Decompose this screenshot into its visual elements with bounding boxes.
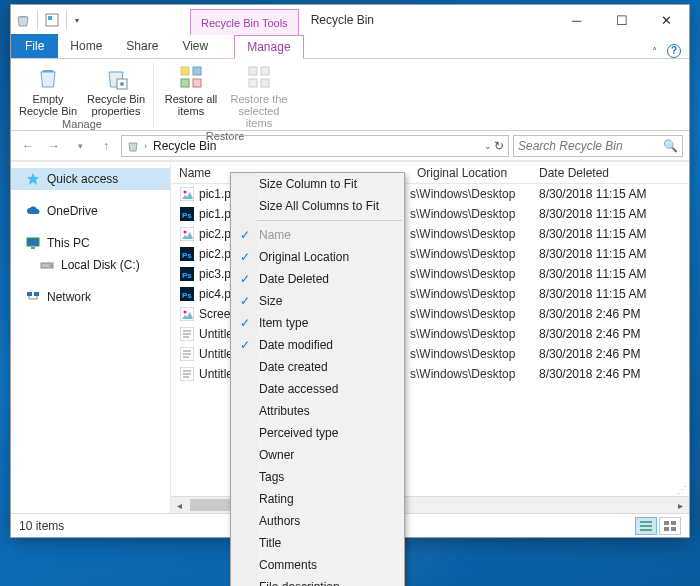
menu-item-label: Owner — [259, 448, 294, 462]
title-bar: ▾ Recycle Bin Tools Recycle Bin ─ ☐ ✕ — [11, 5, 689, 35]
scroll-left-icon[interactable]: ◂ — [171, 500, 188, 511]
help-icon[interactable]: ? — [667, 44, 681, 58]
quick-access-toolbar: ▾ — [11, 5, 85, 35]
maximize-button[interactable]: ☐ — [599, 5, 644, 35]
menu-column-file-description[interactable]: File description — [231, 576, 404, 586]
sidebar-item-network[interactable]: Network — [11, 286, 170, 308]
properties-bin-label: Recycle Bin properties — [85, 93, 147, 117]
column-header-date-deleted[interactable]: Date Deleted — [539, 166, 689, 180]
column-context-menu: Size Column to Fit Size All Columns to F… — [230, 172, 405, 586]
address-dropdown-icon[interactable]: ⌄ — [484, 141, 492, 151]
menu-column-item-type[interactable]: ✓Item type — [231, 312, 404, 334]
breadcrumb[interactable]: Recycle Bin — [151, 139, 218, 153]
svg-point-3 — [120, 82, 124, 86]
menu-column-date-deleted[interactable]: ✓Date Deleted — [231, 268, 404, 290]
sidebar-item-label: OneDrive — [47, 204, 98, 218]
restore-all-button[interactable]: Restore all items — [160, 61, 222, 117]
menu-column-date-accessed[interactable]: Date accessed — [231, 378, 404, 400]
menu-column-comments[interactable]: Comments — [231, 554, 404, 576]
svg-rect-46 — [640, 525, 652, 527]
svg-rect-6 — [181, 79, 189, 87]
history-dropdown-icon[interactable]: ▾ — [69, 135, 91, 157]
check-icon: ✓ — [237, 316, 253, 330]
collapse-ribbon-icon[interactable]: ˄ — [652, 46, 657, 57]
svg-rect-9 — [261, 67, 269, 75]
svg-rect-1 — [48, 16, 52, 20]
sidebar-item-onedrive[interactable]: OneDrive — [11, 200, 170, 222]
up-button[interactable]: ↑ — [95, 135, 117, 157]
tab-file[interactable]: File — [11, 34, 58, 58]
empty-recycle-bin-button[interactable]: Empty Recycle Bin — [17, 61, 79, 117]
menu-item-label: File description — [259, 580, 340, 586]
tab-view[interactable]: View — [170, 34, 220, 58]
file-date-deleted: 8/30/2018 11:15 AM — [539, 287, 689, 301]
menu-item-label: Original Location — [259, 250, 349, 264]
svg-text:Ps: Ps — [182, 251, 192, 260]
menu-item-label: Authors — [259, 514, 300, 528]
qat-dropdown-icon[interactable]: ▾ — [73, 16, 81, 25]
menu-column-attributes[interactable]: Attributes — [231, 400, 404, 422]
address-bar[interactable]: › Recycle Bin ⌄ ↻ — [121, 135, 509, 157]
recycle-bin-properties-button[interactable]: Recycle Bin properties — [85, 61, 147, 117]
menu-column-title[interactable]: Title — [231, 532, 404, 554]
close-button[interactable]: ✕ — [644, 5, 689, 35]
tab-manage[interactable]: Manage — [234, 35, 303, 59]
details-view-button[interactable] — [635, 517, 657, 535]
menu-item-label: Rating — [259, 492, 294, 506]
cloud-icon — [25, 203, 41, 219]
svg-rect-48 — [664, 521, 669, 525]
check-icon: ✓ — [237, 250, 253, 264]
menu-column-owner[interactable]: Owner — [231, 444, 404, 466]
menu-column-size[interactable]: ✓Size — [231, 290, 404, 312]
svg-point-16 — [50, 265, 52, 267]
resize-grip-icon: ⋰ — [677, 484, 687, 495]
menu-column-authors[interactable]: Authors — [231, 510, 404, 532]
chevron-right-icon[interactable]: › — [144, 141, 147, 151]
recycle-bin-icon — [15, 12, 31, 28]
restore-selected-icon — [245, 63, 273, 91]
restore-all-icon — [177, 63, 205, 91]
scroll-right-icon[interactable]: ▸ — [672, 500, 689, 511]
sidebar-item-quick-access[interactable]: Quick access — [11, 168, 170, 190]
search-box[interactable]: Search Recycle Bin 🔍 — [513, 135, 683, 157]
empty-bin-icon — [34, 63, 62, 91]
menu-column-rating[interactable]: Rating — [231, 488, 404, 510]
menu-column-original-location[interactable]: ✓Original Location — [231, 246, 404, 268]
pc-icon — [25, 235, 41, 251]
sidebar-item-this-pc[interactable]: This PC — [11, 232, 170, 254]
svg-rect-5 — [193, 67, 201, 75]
sidebar-item-label: Network — [47, 290, 91, 304]
menu-item-label: Comments — [259, 558, 317, 572]
sidebar-item-label: Quick access — [47, 172, 118, 186]
menu-column-perceived-type[interactable]: Perceived type — [231, 422, 404, 444]
svg-rect-18 — [34, 292, 39, 296]
ribbon-group-manage-label: Manage — [17, 117, 147, 131]
search-icon[interactable]: 🔍 — [663, 139, 678, 153]
menu-column-date-created[interactable]: Date created — [231, 356, 404, 378]
minimize-button[interactable]: ─ — [554, 5, 599, 35]
menu-size-all-columns-to-fit[interactable]: Size All Columns to Fit — [231, 195, 404, 217]
sidebar-item-local-disk[interactable]: Local Disk (C:) — [11, 254, 170, 276]
menu-size-column-to-fit[interactable]: Size Column to Fit — [231, 173, 404, 195]
nav-bar: ← → ▾ ↑ › Recycle Bin ⌄ ↻ Search Recycle… — [11, 131, 689, 161]
properties-icon[interactable] — [44, 12, 60, 28]
context-tab-recycle-bin-tools[interactable]: Recycle Bin Tools — [190, 9, 299, 35]
tab-home[interactable]: Home — [58, 34, 114, 58]
menu-column-tags[interactable]: Tags — [231, 466, 404, 488]
thumbnails-view-button[interactable] — [659, 517, 681, 535]
svg-rect-13 — [27, 238, 39, 246]
check-icon: ✓ — [237, 338, 253, 352]
forward-button[interactable]: → — [43, 135, 65, 157]
tab-share[interactable]: Share — [114, 34, 170, 58]
menu-column-date-modified[interactable]: ✓Date modified — [231, 334, 404, 356]
file-date-deleted: 8/30/2018 11:15 AM — [539, 227, 689, 241]
restore-all-label: Restore all items — [160, 93, 222, 117]
svg-text:Ps: Ps — [182, 291, 192, 300]
menu-item-label: Title — [259, 536, 281, 550]
back-button[interactable]: ← — [17, 135, 39, 157]
svg-point-24 — [184, 231, 187, 234]
svg-rect-47 — [640, 529, 652, 531]
file-date-deleted: 8/30/2018 11:15 AM — [539, 247, 689, 261]
svg-point-20 — [184, 191, 187, 194]
refresh-icon[interactable]: ↻ — [494, 139, 504, 153]
